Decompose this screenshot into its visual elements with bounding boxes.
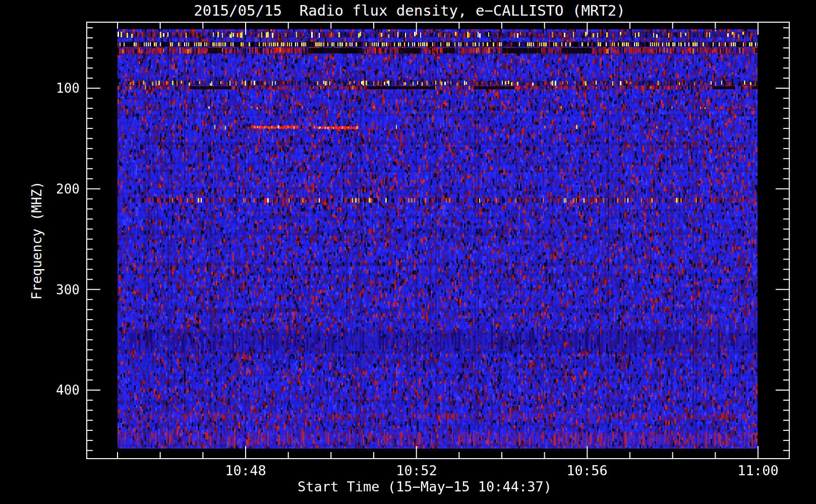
y-tick-label-300: 300 [20, 282, 80, 297]
y-tick-label-100: 100 [20, 81, 80, 96]
x-tick-label-1100: 11:00 [718, 463, 798, 478]
x-axis-title: Start Time (15−May−15 10:44:37) [298, 479, 552, 494]
x-tick-label-1048: 10:48 [205, 463, 286, 478]
axes-frame [0, 0, 816, 504]
spectrogram-page: 2015/05/15 Radio flux density, e−CALLIST… [0, 0, 816, 504]
x-tick-label-1056: 10:56 [547, 463, 627, 478]
y-tick-label-200: 200 [20, 181, 80, 197]
y-tick-label-400: 400 [20, 383, 80, 398]
x-tick-label-1052: 10:52 [376, 463, 457, 478]
